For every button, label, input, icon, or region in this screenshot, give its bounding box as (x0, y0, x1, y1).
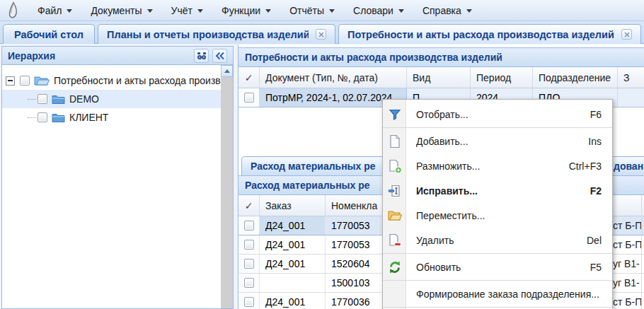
dropdown-arrow-icon (67, 9, 72, 13)
menubar-item-file[interactable]: Файл (28, 2, 81, 19)
column-header-document[interactable]: Документ (Тип, №, дата) (260, 67, 407, 88)
tree-connector (28, 99, 36, 100)
column-header-clipped[interactable]: З (618, 67, 644, 88)
tab-label: Рабочий стол (14, 29, 84, 40)
column-header-order[interactable]: Заказ (260, 195, 326, 216)
row-checkbox[interactable] (244, 259, 254, 269)
cell-empty[interactable] (618, 88, 644, 107)
menu-item-shortcut: Ins (588, 136, 602, 147)
folder-closed-icon (52, 94, 65, 105)
cell-order[interactable]: Д24_001 (260, 293, 326, 309)
menu-item-shortcut: F2 (590, 185, 602, 197)
hierarchy-panel-header: Иерархия (2, 47, 233, 65)
cell-order[interactable]: Д24_001 (260, 235, 326, 254)
row-checkbox-cell[interactable] (238, 88, 260, 107)
tree-checkbox[interactable] (38, 112, 47, 122)
tab-label: Потребности и акты расхода производства … (347, 29, 614, 40)
check-column-header[interactable]: ✓ (238, 67, 260, 88)
row-checkbox-cell[interactable] (238, 216, 260, 235)
menu-separator (383, 307, 612, 308)
tab-material-expense[interactable]: Расход материальных ре (241, 156, 390, 175)
menubar-item-help[interactable]: Справка (413, 2, 481, 19)
tree-item-label: DEMO (69, 93, 99, 105)
tree-checkbox[interactable] (38, 94, 47, 104)
add-page-icon (388, 134, 402, 148)
tab-label: Планы и отчеты производства изделий (107, 29, 309, 40)
menu-item-label: Удалить (416, 235, 587, 246)
folder-closed-icon (52, 112, 65, 123)
tab-clipped-fragment[interactable]: дован (610, 156, 644, 175)
row-checkbox-cell[interactable] (238, 255, 260, 273)
tree-item-demo[interactable]: DEMO (2, 90, 233, 108)
collapse-expander-icon[interactable] (6, 76, 15, 86)
refresh-icon (388, 260, 402, 274)
menubar-item-label: Функции (222, 5, 260, 16)
menu-item-add[interactable]: Добавить... Ins (383, 129, 612, 153)
duplicate-page-icon (388, 159, 402, 173)
menubar-item-dictionaries[interactable]: Словари (344, 2, 413, 19)
menubar-item-accounting[interactable]: Учёт (162, 2, 212, 19)
column-header-department[interactable]: Подразделение (533, 67, 618, 88)
collapse-panel-button[interactable] (212, 49, 227, 63)
check-column-header[interactable]: ✓ (238, 195, 260, 216)
tree-vertical-scrollbar[interactable] (221, 65, 233, 308)
row-checkbox[interactable] (244, 240, 254, 250)
menubar-item-label: Словари (353, 5, 393, 16)
filter-icon (388, 107, 402, 122)
search-button[interactable] (194, 49, 209, 63)
menu-item-label: Добавить... (416, 136, 588, 147)
tab-close-icon[interactable] (316, 29, 326, 40)
menubar-item-documents[interactable]: Документы (81, 2, 161, 19)
menu-item-delete[interactable]: Удалить Del (383, 228, 612, 252)
menu-item-filter[interactable]: Отобрать... F6 (383, 102, 612, 127)
menubar-item-label: Справка (422, 5, 461, 16)
column-header-type[interactable]: Вид (407, 67, 471, 88)
cell-order[interactable]: Д24_001 (260, 255, 326, 273)
tree-item-client[interactable]: КЛИЕНТ (2, 108, 233, 127)
scroll-up-icon[interactable] (221, 65, 233, 77)
cell-order[interactable]: Д24_001 (260, 216, 326, 235)
folder-open-icon (34, 75, 50, 86)
row-checkbox-cell[interactable] (238, 274, 260, 292)
tree-checkbox[interactable] (20, 76, 30, 86)
dropdown-arrow-icon (197, 9, 203, 13)
tab-desktop[interactable]: Рабочий стол (3, 24, 95, 44)
menu-item-move[interactable]: Переместить... (383, 203, 612, 228)
row-checkbox[interactable] (244, 297, 254, 307)
menu-item-form-department-order[interactable]: Формирование заказа подразделения... (383, 281, 612, 306)
cell-order[interactable] (260, 274, 326, 292)
menu-item-label: Формирование заказа подразделения... (416, 288, 602, 300)
menubar-item-label: Отчёты (289, 5, 324, 16)
tree-item-label: КЛИЕНТ (69, 112, 108, 123)
cell-name-fragment: уг В1- (613, 274, 644, 292)
menu-item-refresh[interactable]: Обновить F5 (383, 255, 612, 279)
cell-name-fragment: уг В1- (613, 255, 644, 273)
column-header-period[interactable]: Период (471, 67, 533, 88)
row-checkbox-cell[interactable] (238, 235, 260, 254)
menubar-item-reports[interactable]: Отчёты (280, 2, 344, 19)
menu-item-duplicate[interactable]: Размножить... Ctrl+F3 (383, 153, 612, 178)
edit-page-icon (388, 184, 402, 198)
tab-production-plans[interactable]: Планы и отчеты производства изделий (98, 24, 335, 44)
tree-root-label: Потребности и акты расхода произв (54, 75, 221, 86)
row-checkbox[interactable] (244, 221, 254, 231)
documents-grid-header: ✓ Документ (Тип, №, дата) Вид Период Под… (238, 67, 644, 88)
tab-needs-and-acts[interactable]: Потребности и акты расхода производства … (338, 24, 641, 44)
row-checkbox[interactable] (244, 278, 254, 288)
menubar-item-functions[interactable]: Функции (212, 2, 280, 19)
tree-connector (28, 117, 36, 118)
menu-item-shortcut: F5 (590, 262, 602, 273)
check-glyph: ✓ (245, 72, 253, 83)
cell-name-fragment: ст Б-П (613, 293, 644, 309)
dropdown-arrow-icon (265, 9, 271, 13)
row-checkbox[interactable] (244, 93, 254, 103)
menu-item-label: Размножить... (416, 161, 569, 172)
expense-panel-title: Расход материальных ре (245, 180, 370, 191)
menu-item-shortcut: Del (587, 235, 602, 246)
dropdown-arrow-icon (329, 9, 335, 13)
menubar-item-label: Документы (91, 5, 142, 16)
row-checkbox-cell[interactable] (238, 293, 260, 309)
menu-item-edit[interactable]: Исправить... F2 (383, 178, 612, 203)
tab-close-icon[interactable] (621, 29, 632, 40)
tree-root-needs[interactable]: Потребности и акты расхода произв (2, 71, 233, 90)
